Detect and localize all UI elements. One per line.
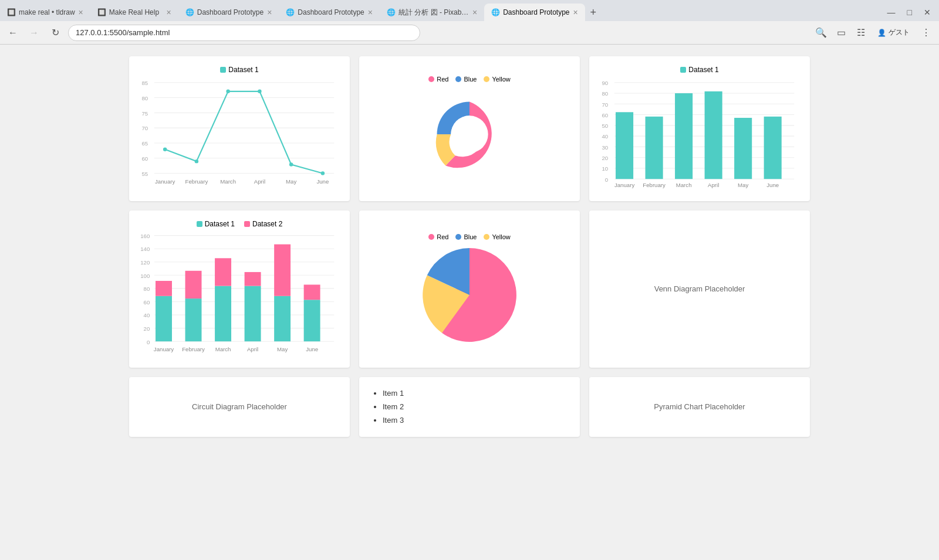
restore-button[interactable]: □ [904, 6, 916, 18]
svg-text:January: January [154, 346, 174, 352]
svg-text:30: 30 [602, 144, 608, 151]
tab-icon-dashboard-1: 🌐 [185, 8, 194, 16]
list-item-2: Item 2 [383, 400, 404, 413]
line-chart-svg: 85 80 75 70 65 60 55 [139, 76, 340, 190]
donut-legend-color-yellow [484, 76, 489, 82]
pie-chart-card: Red Blue Yellow [359, 211, 580, 368]
close-button[interactable]: ✕ [920, 6, 934, 18]
pie-legend-color-yellow [484, 234, 489, 240]
new-tab-button[interactable]: + [585, 4, 602, 21]
svg-rect-81 [215, 286, 231, 341]
svg-text:75: 75 [141, 110, 148, 117]
pie-legend-color-red [428, 234, 434, 240]
reload-button[interactable]: ↻ [47, 25, 63, 41]
minimize-button[interactable]: — [884, 6, 899, 18]
svg-text:80: 80 [144, 286, 150, 292]
stacked-bar-legend: Dataset 1 Dataset 2 [139, 220, 340, 228]
donut-legend-red: Red [428, 76, 448, 83]
tab-label-pixabay: 統計 分析 図 - Pixabayの無料ベ… [398, 8, 469, 18]
tab-label-dashboard-active: Dashboard Prototype [503, 8, 569, 16]
svg-rect-79 [185, 298, 202, 341]
svg-rect-80 [185, 270, 202, 298]
pie-chart-svg [420, 245, 519, 345]
svg-text:June: June [316, 178, 329, 185]
lens-button[interactable]: 🔍 [813, 25, 829, 41]
svg-text:April: April [254, 178, 265, 185]
list-item-3: Item 3 [383, 413, 404, 427]
stacked-legend-ds2: Dataset 2 [244, 220, 282, 228]
svg-rect-49 [675, 93, 693, 179]
svg-text:April: April [708, 182, 719, 188]
svg-text:90: 90 [602, 80, 608, 86]
svg-rect-47 [616, 112, 633, 179]
tab-dashboard-active[interactable]: 🌐 Dashboard Prototype × [484, 4, 585, 21]
svg-text:March: March [215, 346, 231, 352]
svg-text:70: 70 [602, 101, 608, 108]
tab-pixabay[interactable]: 🌐 統計 分析 図 - Pixabayの無料ベ… × [380, 4, 484, 21]
donut-legend-label-red: Red [437, 76, 448, 83]
tab-close-tldraw[interactable]: × [79, 8, 83, 16]
svg-text:20: 20 [144, 325, 150, 331]
svg-point-15 [195, 159, 198, 163]
tab-label-tldraw: make real • tldraw [19, 8, 75, 16]
tab-dashboard-1[interactable]: 🌐 Dashboard Prototype × [178, 4, 279, 21]
svg-text:February: February [182, 346, 205, 352]
line-chart-wrapper: Dataset 1 85 80 75 70 65 [139, 66, 340, 192]
svg-text:May: May [277, 346, 288, 352]
tab-bar: 🔲 make real • tldraw × 🔲 Make Real Help … [0, 0, 939, 21]
tab-icon-dashboard-active: 🌐 [491, 8, 499, 16]
venn-placeholder-text: Venn Diagram Placeholder [654, 284, 745, 293]
tab-close-dashboard-active[interactable]: × [573, 8, 578, 16]
stacked-bar-chart-card: Dataset 1 Dataset 2 160 140 120 [129, 211, 350, 368]
svg-text:60: 60 [141, 155, 148, 162]
pie-legend-color-blue [455, 234, 461, 240]
page-content: Dataset 1 85 80 75 70 65 [0, 45, 939, 549]
donut-legend-label-yellow: Yellow [492, 76, 510, 83]
donut-legend-color-red [428, 76, 434, 82]
tab-close-dashboard-1[interactable]: × [267, 8, 272, 16]
svg-text:March: March [220, 178, 236, 185]
svg-rect-48 [646, 117, 663, 179]
pie-legend-label-yellow: Yellow [492, 233, 510, 240]
svg-text:January: January [614, 182, 635, 188]
svg-text:140: 140 [140, 246, 150, 252]
url-bar[interactable]: 127.0.0.1:5500/sample.html [68, 25, 420, 41]
svg-text:160: 160 [140, 232, 150, 239]
line-chart-card: Dataset 1 85 80 75 70 65 [129, 56, 350, 201]
donut-legend: Red Blue Yellow [428, 76, 511, 83]
legend-item-dataset1: Dataset 1 [220, 66, 258, 74]
svg-text:55: 55 [141, 171, 148, 177]
svg-text:50: 50 [602, 123, 608, 129]
stacked-legend-ds1: Dataset 1 [197, 220, 235, 228]
tab-close-dashboard-2[interactable]: × [368, 8, 373, 16]
back-button[interactable]: ← [5, 25, 21, 41]
tab-close-help[interactable]: × [167, 8, 171, 16]
svg-text:May: May [286, 178, 296, 185]
pyramid-placeholder-text: Pyramid Chart Placeholder [654, 402, 745, 411]
menu-button[interactable]: ⋮ [918, 25, 934, 41]
tab-help[interactable]: 🔲 Make Real Help × [90, 4, 178, 21]
tab-tldraw[interactable]: 🔲 make real • tldraw × [0, 4, 90, 21]
pie-legend-label-blue: Blue [464, 233, 477, 240]
svg-text:20: 20 [602, 155, 608, 161]
svg-point-26 [451, 116, 488, 153]
tab-dashboard-2[interactable]: 🌐 Dashboard Prototype × [279, 4, 380, 21]
svg-text:January: January [155, 178, 175, 185]
svg-rect-85 [274, 296, 291, 341]
forward-button[interactable]: → [26, 25, 42, 41]
browser-actions: 🔍 ▭ ☷ 👤 ゲスト ⋮ [813, 25, 934, 41]
pie-legend: Red Blue Yellow [428, 233, 511, 240]
svg-text:0: 0 [605, 177, 608, 183]
screen-cast-button[interactable]: ▭ [833, 25, 849, 41]
stacked-bar-wrapper: Dataset 1 Dataset 2 160 140 120 [139, 220, 340, 358]
svg-text:0: 0 [147, 338, 150, 345]
tab-close-pixabay[interactable]: × [472, 8, 477, 16]
svg-text:10: 10 [602, 165, 608, 172]
guest-account-button[interactable]: 👤 ゲスト [873, 26, 914, 39]
donut-legend-yellow: Yellow [484, 76, 510, 83]
guest-icon: 👤 [877, 29, 886, 37]
tab-icon-tldraw: 🔲 [7, 8, 15, 16]
bookmark-button[interactable]: ☷ [853, 25, 869, 41]
venn-placeholder-card: Venn Diagram Placeholder [589, 211, 810, 368]
pie-legend-red: Red [428, 233, 448, 240]
